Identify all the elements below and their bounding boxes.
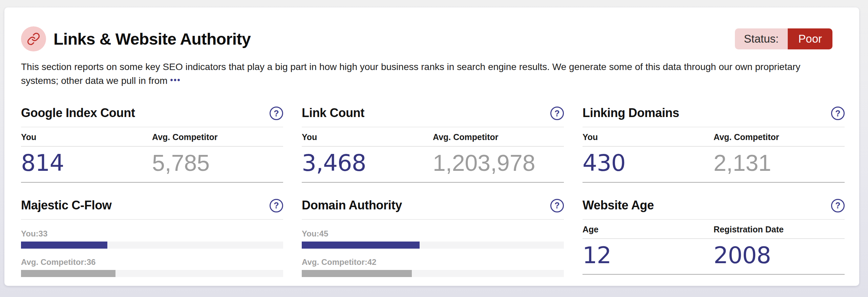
metric-column-headers: Age Registration Date — [583, 220, 845, 239]
metric-values: 814 5,785 — [21, 146, 283, 182]
status-badge-label: Status: — [735, 28, 788, 49]
metric-column-headers: You Avg. Competitor — [302, 127, 564, 146]
metric-card-header: Website Age ? — [583, 198, 845, 220]
metric-grid: Google Index Count ? You Avg. Competitor… — [21, 106, 845, 277]
status-badge-value: Poor — [788, 28, 832, 49]
help-icon[interactable]: ? — [550, 199, 564, 212]
help-icon[interactable]: ? — [550, 107, 564, 120]
value-age: 12 — [583, 243, 714, 267]
bar-track-you — [302, 242, 564, 249]
metric-values: 3,468 1,203,978 — [302, 146, 564, 182]
read-more-ellipsis[interactable]: ••• — [170, 76, 181, 85]
metric-title: Google Index Count — [21, 106, 135, 120]
metric-card-domain-authority: Domain Authority ? You:45 Avg. Competito… — [302, 198, 564, 277]
bar-track-competitor — [21, 270, 283, 277]
link-icon-badge — [21, 26, 46, 51]
links-authority-section-card: Links & Website Authority Status: Poor T… — [4, 7, 859, 286]
metric-card-header: Domain Authority ? — [302, 198, 564, 220]
help-icon[interactable]: ? — [831, 199, 845, 212]
status-badge: Status: Poor — [735, 28, 832, 49]
bar-track-competitor — [302, 270, 564, 277]
metric-values: 430 2,131 — [583, 146, 845, 182]
help-icon[interactable]: ? — [270, 107, 283, 120]
value-you: 3,468 — [302, 151, 433, 175]
column-header-competitor: Avg. Competitor — [152, 132, 283, 142]
metric-card-majestic-c-flow: Majestic C-Flow ? You:33 Avg. Competitor… — [21, 198, 283, 277]
metric-title: Linking Domains — [583, 106, 679, 120]
column-header-you: You — [21, 132, 152, 142]
value-competitor: 5,785 — [152, 151, 283, 175]
metric-card-website-age: Website Age ? Age Registration Date 12 2… — [583, 198, 845, 277]
metric-card-header: Google Index Count ? — [21, 106, 283, 127]
metric-column-headers: You Avg. Competitor — [583, 127, 845, 146]
value-registration-date: 2008 — [714, 243, 845, 267]
bar-label-you: You:33 — [21, 229, 283, 238]
bar-fill-you — [21, 242, 107, 249]
metric-values: 12 2008 — [583, 239, 845, 275]
section-title: Links & Website Authority — [54, 30, 251, 48]
metric-card-header: Majestic C-Flow ? — [21, 198, 283, 220]
metric-card-linking-domains: Linking Domains ? You Avg. Competitor 43… — [583, 106, 845, 182]
section-header: Links & Website Authority Status: Poor — [21, 26, 845, 51]
metric-card-header: Linking Domains ? — [583, 106, 845, 127]
column-header-you: You — [583, 132, 714, 142]
column-header-age: Age — [583, 225, 714, 234]
bar-fill-competitor — [21, 270, 115, 277]
link-icon — [27, 32, 40, 46]
section-description: This section reports on some key SEO ind… — [21, 60, 834, 88]
bar-fill-competitor — [302, 270, 412, 277]
metric-card-link-count: Link Count ? You Avg. Competitor 3,468 1… — [302, 106, 564, 182]
value-competitor: 1,203,978 — [433, 151, 564, 175]
bar-label-you: You:45 — [302, 229, 564, 238]
column-header-competitor: Avg. Competitor — [714, 132, 845, 142]
help-icon[interactable]: ? — [270, 199, 283, 212]
metric-card-header: Link Count ? — [302, 106, 564, 127]
metric-column-headers: You Avg. Competitor — [21, 127, 283, 146]
value-you: 814 — [21, 151, 152, 175]
column-header-competitor: Avg. Competitor — [433, 132, 564, 142]
bar-label-competitor: Avg. Competitor:36 — [21, 257, 283, 267]
metric-title: Link Count — [302, 106, 364, 120]
column-header-registration-date: Registration Date — [714, 225, 845, 234]
bar-label-competitor: Avg. Competitor:42 — [302, 257, 564, 267]
value-competitor: 2,131 — [714, 151, 845, 175]
metric-title: Website Age — [583, 198, 654, 212]
value-you: 430 — [583, 151, 714, 175]
metric-card-google-index-count: Google Index Count ? You Avg. Competitor… — [21, 106, 283, 182]
help-icon[interactable]: ? — [831, 107, 845, 120]
section-description-text: This section reports on some key SEO ind… — [21, 62, 800, 86]
column-header-you: You — [302, 132, 433, 142]
metric-title: Majestic C-Flow — [21, 198, 112, 212]
bar-track-you — [21, 242, 283, 249]
bar-fill-you — [302, 242, 420, 249]
metric-title: Domain Authority — [302, 198, 402, 212]
